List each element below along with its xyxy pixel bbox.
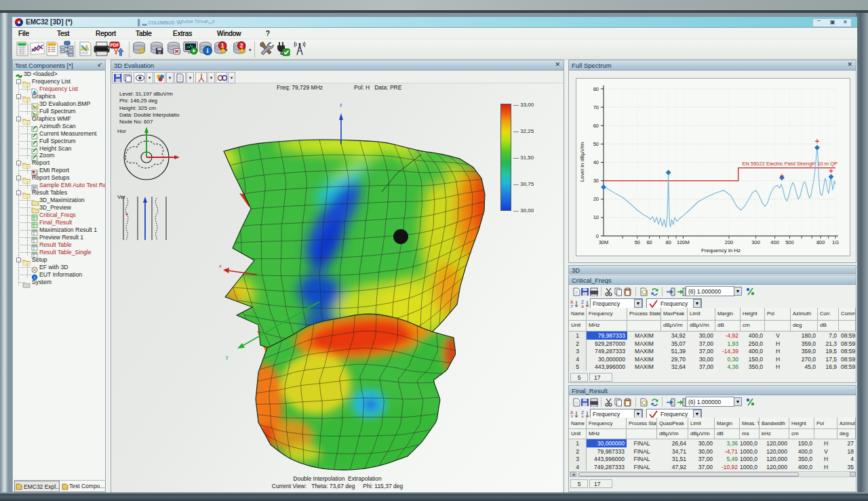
svg-text:Frequency in Hz: Frequency in Hz — [701, 247, 741, 254]
svg-text:800: 800 — [816, 239, 825, 245]
svg-text:EN 55022 Electric Field Streng: EN 55022 Electric Field Strength 10 m QP — [743, 161, 837, 167]
svg-text:30M: 30M — [599, 239, 609, 245]
svg-text:60: 60 — [593, 123, 599, 129]
svg-text:400: 400 — [770, 239, 779, 245]
svg-text:80: 80 — [593, 86, 599, 92]
svg-text:20: 20 — [593, 196, 599, 202]
svg-text:70: 70 — [593, 104, 599, 111]
svg-text:y: y — [226, 355, 229, 360]
svg-text:z: z — [340, 102, 342, 107]
svg-text:x: x — [219, 264, 222, 268]
svg-text:Level in dBµV/m: Level in dBµV/m — [579, 142, 585, 182]
svg-text:50: 50 — [635, 239, 640, 245]
svg-text:200: 200 — [725, 239, 734, 245]
svg-text:0: 0 — [596, 233, 599, 239]
svg-text:i: i — [207, 47, 209, 54]
svg-text:40: 40 — [593, 159, 599, 165]
svg-text:300: 300 — [751, 239, 760, 245]
svg-text:10: 10 — [593, 214, 599, 220]
svg-text:500: 500 — [785, 239, 794, 245]
svg-text:1G: 1G — [832, 239, 839, 245]
svg-text:60: 60 — [646, 239, 652, 245]
svg-text:100M: 100M — [677, 239, 690, 245]
svg-text:PDF: PDF — [111, 43, 119, 47]
svg-text:80: 80 — [666, 239, 671, 245]
svg-text:50: 50 — [593, 141, 599, 147]
svg-text:30: 30 — [593, 178, 599, 184]
